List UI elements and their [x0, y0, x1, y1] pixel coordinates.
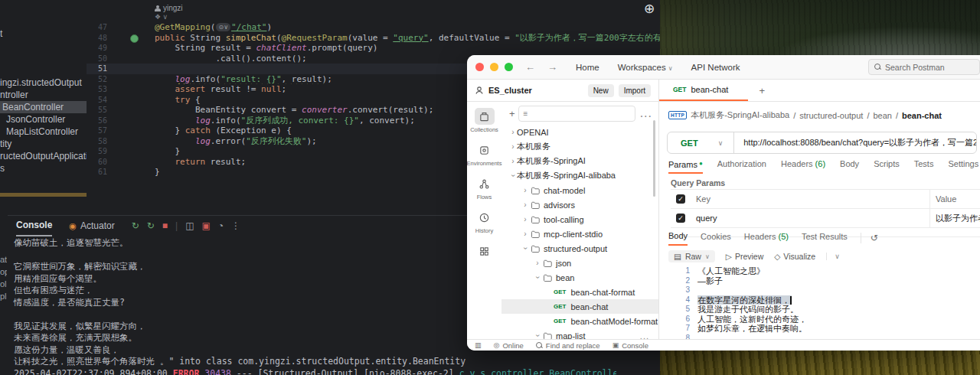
rail-item-history[interactable]: History [475, 209, 495, 234]
chevron-down-icon[interactable]: › [534, 274, 542, 282]
chevron-down-icon[interactable]: › [509, 172, 518, 180]
maximize-button[interactable] [505, 63, 513, 71]
tree-row-本机服务[interactable]: ›本机服务 [501, 139, 658, 154]
breadcrumb-part[interactable]: 本机服务-SpringAI-alibaba [691, 109, 789, 121]
tree-row-本机服务-SpringAI-alibaba[interactable]: ›本机服务-SpringAI-alibaba [501, 168, 658, 183]
add-collection-button[interactable]: + [509, 108, 515, 119]
tree-more-button[interactable]: ... [640, 106, 652, 120]
history-icon[interactable]: ↺ [861, 233, 878, 243]
chevron-right-icon[interactable]: › [534, 259, 541, 267]
chevron-down-icon[interactable]: › [534, 332, 542, 340]
tree-row-tool-calling[interactable]: ›tool-calling [501, 212, 658, 227]
search-input[interactable]: Search Postman [868, 59, 980, 75]
gauge-icon[interactable]: ◔ [218, 220, 224, 231]
chevron-down-icon[interactable]: › [521, 245, 530, 253]
tree-row-json[interactable]: ›json [501, 256, 658, 270]
new-tab-button[interactable]: + [759, 85, 765, 96]
minimize-button[interactable] [490, 63, 498, 71]
find-and-replace[interactable]: Find and replace [536, 341, 600, 350]
method-select[interactable]: GET [681, 139, 698, 148]
rerun-failed-icon[interactable]: ↻ [147, 220, 155, 231]
stop-icon[interactable]: ■ [162, 220, 168, 231]
tab-console[interactable]: Console [16, 215, 52, 236]
tab-params[interactable]: Params● [668, 158, 703, 174]
console-toggle[interactable]: ▣Console [612, 341, 648, 350]
chevron-right-icon[interactable]: › [509, 157, 517, 165]
chevron-right-icon[interactable]: › [521, 230, 529, 238]
rail-item-grid[interactable] [475, 243, 495, 259]
nav-item-workspaces[interactable]: Workspaces∨ [618, 63, 673, 72]
tree-row-OPENAI[interactable]: ›OPENAI [501, 125, 658, 139]
exit-icon[interactable]: ▣ [202, 220, 211, 231]
chevron-right-icon[interactable]: › [521, 201, 529, 209]
chevron-right-icon[interactable]: › [509, 128, 517, 136]
tree-item[interactable]: MapListController [6, 126, 78, 138]
nav-item-api-network[interactable]: API Network [691, 63, 740, 72]
chevron-right-icon[interactable]: › [521, 215, 529, 223]
tree-row-structured-output[interactable]: ›structured-output [501, 241, 658, 256]
tree-row-advisors[interactable]: ›advisors [501, 197, 658, 212]
visualize-button[interactable]: ◇Visualize [774, 252, 815, 261]
online-status[interactable]: ◎Online [494, 341, 524, 350]
tree-row-map-list[interactable]: ›map-list... [501, 328, 658, 339]
rail-item-collections[interactable]: Collections [470, 108, 498, 133]
tree-row-bean-chat-format[interactable]: GETbean-chat-format [501, 285, 658, 299]
tab-body[interactable]: Body [840, 158, 859, 172]
import-button[interactable]: Import [619, 84, 651, 97]
response-tab-headers[interactable]: Headers (5) [744, 231, 789, 245]
response-body[interactable]: 1《人工智能之思》2—影子34在数字星河的深处徘徊，5我是游走于代码间的影子。6… [659, 266, 980, 339]
checkbox[interactable]: ✓ [676, 214, 685, 223]
response-tab-body[interactable]: Body [668, 230, 688, 246]
screenshot-icon[interactable]: ◫ [185, 220, 194, 231]
request-tab[interactable]: GET bean-chat [659, 80, 748, 101]
tab-scripts[interactable]: Scripts [874, 158, 900, 172]
breadcrumb-part[interactable]: bean-chat [902, 111, 942, 120]
raw-view-select[interactable]: ▤Raw∨ [668, 250, 715, 262]
workspace-name[interactable]: ES_cluster [488, 86, 532, 95]
back-icon[interactable]: ← [525, 61, 535, 73]
tree-item[interactable]: s [0, 162, 5, 174]
response-options-chevron[interactable]: ∨ [826, 253, 840, 260]
new-button[interactable]: New [588, 84, 614, 97]
chevron-right-icon[interactable]: › [521, 186, 529, 194]
tree-row-bean-chatModel-format[interactable]: GETbean-chatModel-format [501, 314, 658, 328]
tree-row-本机服务-SpringAI[interactable]: ›本机服务-SpringAI [501, 154, 658, 168]
preview-button[interactable]: ▷Preview [726, 252, 763, 261]
checkbox[interactable]: ✓ [676, 194, 685, 204]
forward-icon[interactable]: → [547, 61, 557, 73]
tab-actuator[interactable]: ◉Actuator [69, 220, 114, 231]
tree-item[interactable]: ntroller [0, 89, 28, 101]
tree-scroll-strip[interactable] [0, 193, 87, 197]
tree-item[interactable]: t [0, 28, 2, 40]
project-tree[interactable]: tingzi.structedOutputntrollerBeanControl… [0, 0, 87, 193]
table-row[interactable]: ✓query以影子为作者， [671, 208, 980, 227]
cell-value[interactable]: 以影子为作者， [936, 213, 980, 224]
breadcrumb-part[interactable]: bean [873, 111, 891, 120]
row-more-button[interactable]: ... [640, 331, 649, 340]
nav-item-home[interactable]: Home [576, 63, 599, 72]
url-input[interactable]: http://localhost:8088/bean/chat?query=以影… [743, 137, 976, 148]
tab-settings[interactable]: Settings [948, 158, 978, 172]
close-button[interactable] [475, 63, 484, 71]
tree-row-bean-chat[interactable]: GETbean-chat [501, 299, 658, 314]
chevron-right-icon[interactable]: › [509, 142, 517, 151]
tree-item[interactable]: JsonController [6, 113, 65, 126]
tab-headers[interactable]: Headers (6) [781, 158, 825, 172]
tree-item[interactable]: ingzi.structedOutput [0, 77, 82, 89]
tree-item[interactable]: ructedOutputApplication [0, 150, 87, 162]
sidebar-toggle-icon[interactable]: ▥ [475, 341, 482, 349]
rerun-icon[interactable]: ↻ [132, 220, 139, 231]
response-tab-cookies[interactable]: Cookies [701, 231, 731, 245]
rail-item-flows[interactable]: Flows [475, 175, 495, 201]
spring-bean-icon[interactable] [130, 34, 139, 43]
tab-tests[interactable]: Tests [914, 158, 934, 172]
tree-item[interactable]: tity [0, 138, 11, 150]
more-icon[interactable]: ⋮ [231, 220, 240, 231]
tab-authorization[interactable]: Authorization [717, 158, 766, 172]
tree-item[interactable]: BeanController [0, 101, 87, 113]
tree-row-mcp-client-stdio[interactable]: ›mcp-client-stdio [501, 227, 658, 241]
response-tab-test-results[interactable]: Test Results [802, 231, 848, 245]
breadcrumb-part[interactable]: structured-output [799, 111, 863, 120]
tree-row-chat-model[interactable]: ›chat-model [501, 183, 658, 197]
tree-filter-input[interactable]: ≡ [518, 106, 635, 122]
